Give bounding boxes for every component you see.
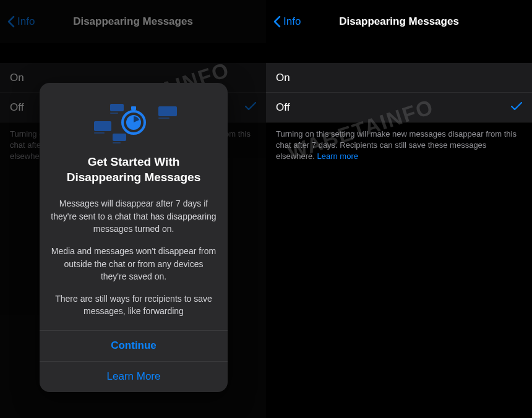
modal-graphic [51,98,217,142]
pane-right: Info Disappearing Messages On Off Turnin… [266,0,532,418]
modal-paragraph: Media and messages won't disappear from … [51,245,217,283]
onboarding-modal: Get Started With Disappearing Messages M… [40,83,228,392]
continue-button[interactable]: Continue [40,330,228,361]
svg-rect-3 [132,109,135,113]
header-left: Info Disappearing Messages [0,0,266,43]
modal-title: Get Started With Disappearing Messages [51,155,217,185]
modal-paragraph: Messages will disappear after 7 days if … [51,197,217,235]
section-gap [266,43,532,63]
chevron-left-icon [273,15,281,28]
option-label: On [10,72,24,84]
page-title-left: Disappearing Messages [0,15,266,28]
back-button-left[interactable]: Info [7,15,35,28]
back-button-right[interactable]: Info [273,15,301,28]
modal-body: Messages will disappear after 7 days if … [51,197,217,317]
option-row-on-right[interactable]: On [266,63,532,93]
option-label: On [276,72,290,84]
back-label: Info [283,15,301,28]
modal-actions: Continue Learn More [40,330,228,392]
page-title-right: Disappearing Messages [266,15,532,28]
learn-more-link-right[interactable]: Learn more [317,151,358,161]
back-label: Info [17,15,35,28]
chevron-left-icon [7,15,15,28]
checkmark-icon [511,101,522,114]
header-right: Info Disappearing Messages [266,0,532,43]
learn-more-button[interactable]: Learn More [40,361,228,392]
option-label: Off [276,101,290,114]
section-gap [0,43,266,63]
option-row-off-right[interactable]: Off [266,93,532,122]
checkmark-icon [245,101,256,114]
footer-text-right: Turning on this setting will make new me… [266,122,532,169]
modal-paragraph: There are still ways for recipients to s… [51,292,217,318]
timer-icon [118,104,150,136]
option-label: Off [10,101,24,114]
